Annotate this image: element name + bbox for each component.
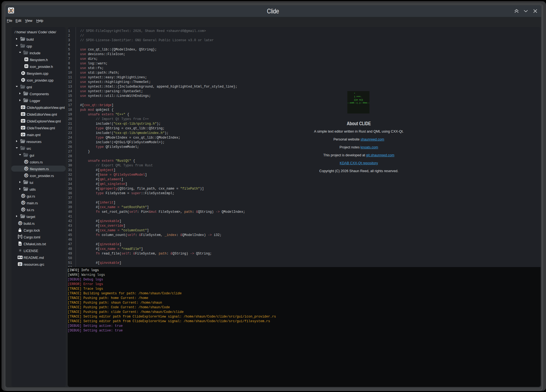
svg-text:R: R [25, 167, 27, 170]
svg-text:Qt: Qt [22, 119, 25, 122]
svg-text:R: R [19, 222, 21, 225]
svg-text:Qt: Qt [22, 106, 25, 109]
svg-text:R: R [22, 201, 24, 204]
svg-text:Qt: Qt [22, 112, 25, 115]
svg-text:Qt: Qt [22, 133, 25, 136]
svg-text:Qt: Qt [22, 126, 25, 129]
svg-text:R: R [22, 194, 24, 197]
svg-text:R: R [25, 160, 27, 163]
svg-text:R: R [25, 174, 27, 177]
svg-text:R: R [22, 208, 24, 211]
svg-text:Qt: Qt [19, 262, 22, 265]
